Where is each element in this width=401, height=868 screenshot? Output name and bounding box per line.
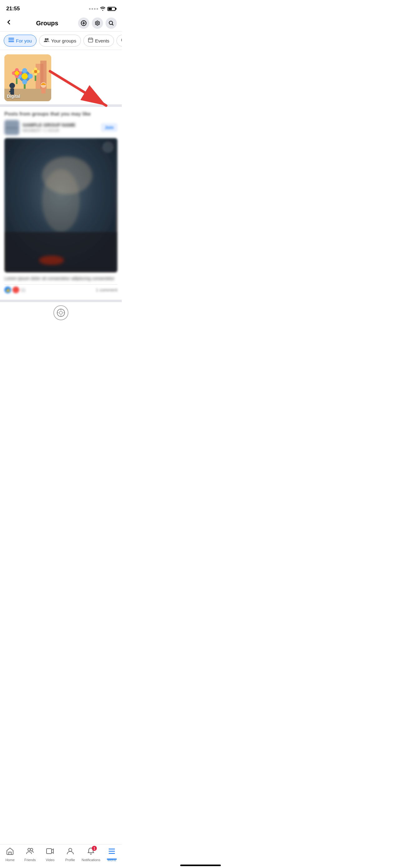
post-author: SAMPLE GROUP NAME (23, 122, 98, 127)
svg-point-34 (34, 70, 37, 73)
back-button[interactable] (5, 19, 16, 28)
section-divider-2 (0, 300, 122, 302)
svg-point-35 (9, 83, 15, 88)
tab-events[interactable]: Events (83, 35, 114, 46)
header-actions (78, 18, 117, 29)
wifi-icon (100, 6, 106, 11)
tab-your-groups-label: Your groups (51, 38, 76, 43)
svg-point-6 (46, 38, 48, 40)
tab-your-groups[interactable]: Your groups (39, 35, 81, 46)
svg-rect-3 (8, 40, 14, 41)
page-title: Groups (36, 20, 58, 27)
groups-icon (44, 38, 49, 43)
tab-events-label: Events (95, 38, 109, 43)
svg-point-20 (22, 73, 28, 80)
settings-button[interactable] (92, 18, 103, 29)
posts-section-title: Posts from groups that you may like (0, 111, 122, 120)
section-divider (0, 104, 122, 107)
svg-rect-4 (8, 41, 14, 42)
tab-discover[interactable]: Disc… (116, 35, 122, 46)
join-button[interactable]: Join (101, 123, 118, 132)
svg-point-19 (28, 74, 33, 79)
reaction-emojis: 👍 ❤️ 11 (4, 286, 26, 293)
ar-indicator (0, 302, 122, 322)
battery-icon (107, 7, 115, 11)
tab-for-you-label: For you (16, 38, 32, 43)
svg-point-17 (22, 80, 27, 84)
svg-point-51 (59, 311, 63, 314)
list-icon (8, 38, 14, 43)
group-card-label: Digital (7, 94, 20, 99)
status-bar: 21:55 (0, 0, 122, 15)
svg-point-16 (22, 68, 27, 73)
posts-section: Posts from groups that you may like SAMP… (0, 107, 122, 300)
svg-rect-7 (89, 38, 93, 42)
post-content: Lorem ipsum dolor sit consectetur adipis… (4, 276, 118, 282)
svg-rect-47 (4, 232, 118, 273)
post-time: MEMBER • 1 HOUR (23, 128, 98, 133)
svg-point-48 (39, 256, 64, 265)
post-reactions: 👍 ❤️ 11 1 comment (4, 284, 118, 295)
discover-icon (121, 37, 122, 44)
post-image (4, 138, 118, 273)
svg-rect-43 (6, 127, 18, 129)
main-content: Digital Posts from groups that you may l… (0, 50, 122, 353)
search-button[interactable] (106, 18, 117, 29)
post-meta: SAMPLE GROUP NAME MEMBER • 1 HOUR (23, 122, 98, 133)
status-time: 21:55 (6, 6, 20, 12)
svg-rect-2 (8, 38, 14, 39)
status-icons (89, 6, 115, 11)
post-card: SAMPLE GROUP NAME MEMBER • 1 HOUR Join (0, 120, 122, 295)
svg-rect-39 (41, 88, 45, 93)
svg-point-27 (15, 71, 19, 75)
post-header: SAMPLE GROUP NAME MEMBER • 1 HOUR Join (4, 120, 118, 135)
svg-point-5 (45, 38, 46, 40)
ar-circle-icon (54, 305, 68, 320)
tabs-bar: For you Your groups Events (0, 32, 122, 50)
group-card-digital[interactable]: Digital (4, 54, 51, 101)
svg-point-46 (42, 169, 80, 232)
header: Groups (0, 15, 122, 32)
tab-for-you[interactable]: For you (4, 35, 37, 46)
reaction-count: 11 (21, 287, 26, 292)
post-avatar (4, 120, 20, 135)
comment-count: 1 comment (96, 287, 118, 292)
signal-icon (89, 8, 98, 10)
events-icon (88, 37, 93, 44)
add-button[interactable] (78, 18, 89, 29)
featured-groups: Digital (0, 50, 122, 104)
svg-point-49 (102, 142, 114, 153)
